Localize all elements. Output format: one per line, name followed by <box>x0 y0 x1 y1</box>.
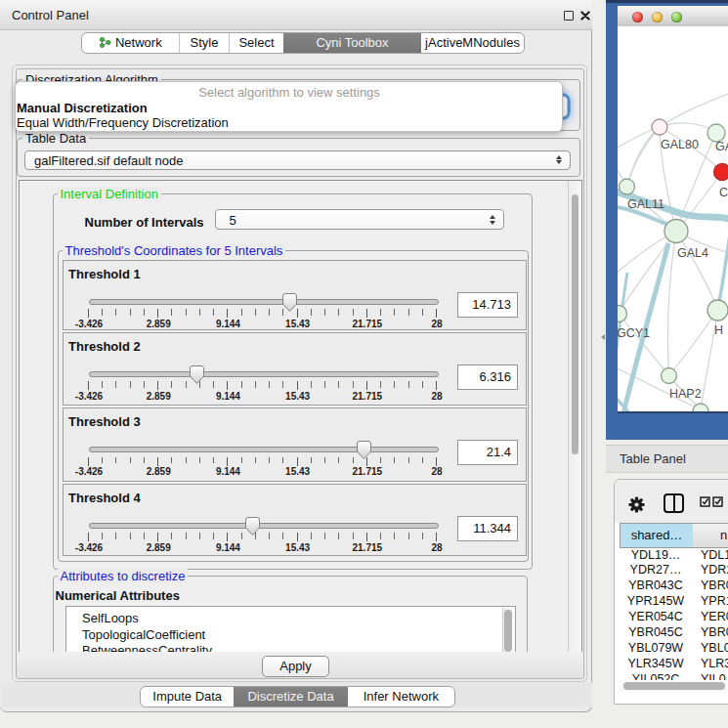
svg-text:GAL80: GAL80 <box>661 138 699 151</box>
svg-text:GA: GA <box>715 140 728 153</box>
svg-text:H: H <box>714 323 723 337</box>
svg-text:HAP2: HAP2 <box>669 387 702 401</box>
svg-text:GAL4: GAL4 <box>677 246 708 260</box>
svg-text:GAL11: GAL11 <box>627 197 664 211</box>
svg-text:C: C <box>719 186 728 199</box>
svg-text:GCY1: GCY1 <box>618 326 650 340</box>
